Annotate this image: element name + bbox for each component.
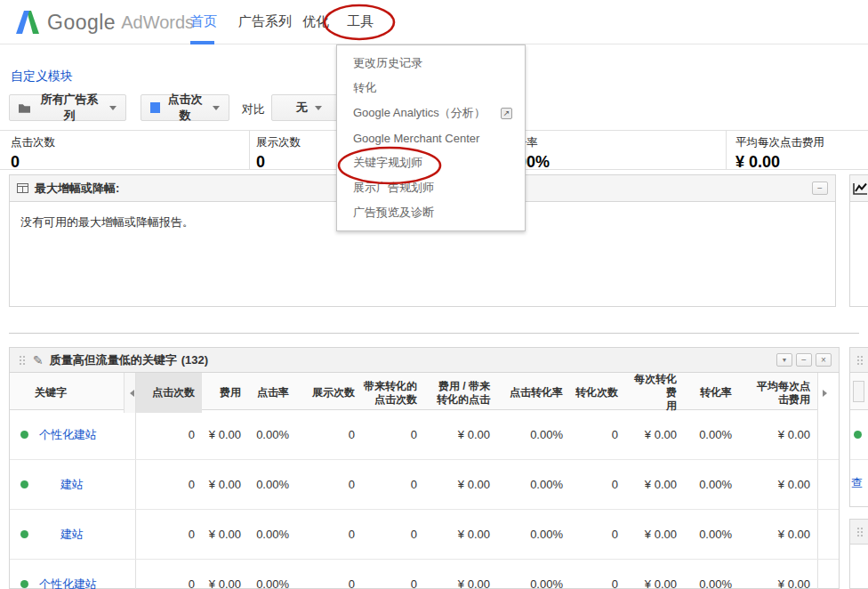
col-header-clicks[interactable]: 点击次数: [136, 373, 202, 413]
table-row: 个性化建站 0 ¥ 0.00 0.00% 0 0 ¥ 0.00 0.00% 0 …: [10, 410, 839, 460]
cell-conversion-rate: 0.00%: [684, 510, 739, 559]
menu-item-label: 展示广告规划师: [353, 180, 434, 196]
close-button[interactable]: ×: [816, 353, 832, 367]
keyword-link[interactable]: 个性化建站: [39, 427, 97, 443]
row-end-strip: [817, 560, 839, 589]
minimize-button[interactable]: −: [812, 182, 828, 195]
cell-cost-per-conversion: ¥ 0.00: [625, 410, 684, 459]
triangle-left-icon: [126, 390, 134, 397]
cell-cost-per-converted-click: ¥ 0.00: [424, 560, 497, 589]
row-end-strip: [817, 410, 839, 459]
menu-item-ad-preview[interactable]: 广告预览及诊断: [337, 200, 525, 225]
keywords-count: (132): [181, 353, 208, 367]
keyword-link[interactable]: 建站: [39, 527, 84, 543]
col-header-impressions[interactable]: 展示次数: [296, 373, 362, 413]
all-campaigns-button[interactable]: 所有广告系列: [9, 94, 126, 121]
col-header-cost[interactable]: 费用: [202, 373, 248, 413]
cell-ctr: 0.00%: [248, 410, 296, 459]
cell-avg-cpc: ¥ 0.00: [739, 460, 817, 509]
stat-impressions: 展示次数 0: [256, 135, 301, 172]
col-header-cost-per-converted-click[interactable]: 费用 / 带来 转化的点击: [424, 373, 497, 413]
cell-cost: ¥ 0.00: [202, 510, 248, 559]
stat-clicks: 点击次数 0: [11, 135, 55, 172]
col-header-cost-per-conversion[interactable]: 每次转化费 用: [625, 373, 684, 413]
status-enabled-icon: [854, 431, 862, 439]
cell-conversions: 0: [570, 460, 625, 509]
keyword-cell: 个性化建站: [10, 560, 136, 589]
minimize-button[interactable]: −: [796, 353, 812, 367]
cell-converted-clicks: 0: [362, 410, 424, 459]
cell-clicks: 0: [136, 510, 202, 559]
menu-item-display-planner[interactable]: 展示广告规划师: [337, 175, 525, 200]
col-header-keyword[interactable]: 关键字: [10, 373, 124, 413]
drag-handle-icon[interactable]: [19, 355, 26, 366]
col-header-conversion-rate[interactable]: 转化率: [684, 373, 739, 413]
right-panel-header: [850, 175, 868, 202]
panel-dropdown-button[interactable]: ▼: [776, 353, 792, 367]
cell-impressions: 0: [296, 510, 362, 559]
col-header-ctr[interactable]: 点击率: [248, 373, 296, 413]
nav-tab-home[interactable]: 首页: [190, 13, 217, 30]
customize-modules-link[interactable]: 自定义模块: [11, 69, 73, 85]
cell-conversion-rate: 0.00%: [684, 410, 739, 459]
cell-click-conversion-rate: 0.00%: [497, 560, 570, 589]
expander-box[interactable]: [853, 381, 864, 402]
right-cutoff-panel-top: [849, 174, 868, 307]
menu-item-conversions[interactable]: 转化: [337, 76, 525, 101]
menu-item-label: 广告预览及诊断: [353, 205, 434, 221]
keyword-link[interactable]: 个性化建站: [39, 577, 97, 589]
nav-tab-tools[interactable]: 工具: [347, 13, 374, 30]
pencil-icon[interactable]: ✎: [33, 353, 44, 367]
drag-handle-icon[interactable]: [856, 527, 864, 537]
cell-cost-per-converted-click: ¥ 0.00: [424, 460, 497, 509]
right-cutoff-panel-middle: 查: [849, 347, 868, 507]
cell-conversions: 0: [570, 510, 625, 559]
cell-impressions: 0: [296, 560, 362, 589]
external-link-icon: ↗: [501, 108, 512, 119]
cell-conversions: 0: [570, 560, 625, 589]
cell-ctr: 0.00%: [248, 560, 296, 589]
expand-columns-control[interactable]: [817, 373, 839, 413]
cell-avg-cpc: ¥ 0.00: [739, 560, 817, 589]
cell-converted-clicks: 0: [362, 460, 424, 509]
cell-clicks: 0: [136, 560, 202, 589]
stat-avg-cpc: 平均每次点击费用 ¥ 0.00: [735, 135, 824, 172]
chart-icon: [853, 182, 868, 195]
cell-cost-per-conversion: ¥ 0.00: [625, 560, 684, 589]
col-header-converted-clicks[interactable]: 带来转化的 点击次数: [362, 373, 424, 413]
nav-tab-opportunities[interactable]: 优化: [302, 13, 329, 30]
col-header-conversions[interactable]: 转化次数: [570, 373, 625, 413]
cell-converted-clicks: 0: [362, 560, 424, 589]
drag-handle-icon[interactable]: [856, 355, 864, 366]
menu-item-label: 关键字规划师: [353, 155, 422, 171]
keywords-table-header: 关键字 点击次数 费用 点击率 展示次数 带来转化的 点击次数 费用 / 带来 …: [10, 373, 839, 410]
cell-cost: ¥ 0.00: [202, 460, 248, 509]
adwords-logo: Google AdWords: [16, 10, 194, 35]
metric-select-button[interactable]: 点击次数: [141, 94, 229, 121]
table-row: 建站 0 ¥ 0.00 0.00% 0 0 ¥ 0.00 0.00% 0 ¥ 0…: [10, 460, 839, 510]
tools-dropdown-menu: 更改历史记录 转化 Google Analytics（分析） ↗ Google …: [336, 44, 526, 231]
section-divider: [9, 333, 859, 334]
collapse-columns-control[interactable]: [124, 373, 136, 413]
right-panel-subheader: [850, 373, 868, 410]
menu-item-label: 更改历史记录: [353, 55, 422, 71]
chevron-down-icon: [109, 106, 117, 114]
nav-tab-campaigns[interactable]: 广告系列: [238, 13, 292, 30]
right-panel-header: [850, 348, 868, 373]
stats-divider: [726, 131, 727, 169]
col-header-click-conversion-rate[interactable]: 点击转化率: [497, 373, 570, 413]
cell-clicks: 0: [136, 410, 202, 459]
col-header-avg-cpc[interactable]: 平均每次点 击费用: [739, 373, 817, 413]
menu-item-google-analytics[interactable]: Google Analytics（分析） ↗: [337, 101, 525, 125]
stat-label: 展示次数: [256, 135, 301, 150]
menu-item-keyword-planner[interactable]: 关键字规划师: [337, 150, 525, 175]
active-tab-underline: [190, 41, 214, 44]
menu-item-change-history[interactable]: 更改历史记录: [337, 51, 525, 76]
menu-item-label: 转化: [353, 80, 376, 96]
right-panel-link-row[interactable]: 查: [850, 460, 868, 506]
menu-item-merchant-center[interactable]: Google Merchant Center: [337, 125, 525, 150]
stat-value: 0: [256, 153, 301, 172]
keywords-panel-header: ✎ 质量高但流量低的关键字 (132) ▼ − ×: [10, 348, 839, 373]
keyword-link[interactable]: 建站: [39, 477, 84, 493]
cell-conversion-rate: 0.00%: [684, 560, 739, 589]
